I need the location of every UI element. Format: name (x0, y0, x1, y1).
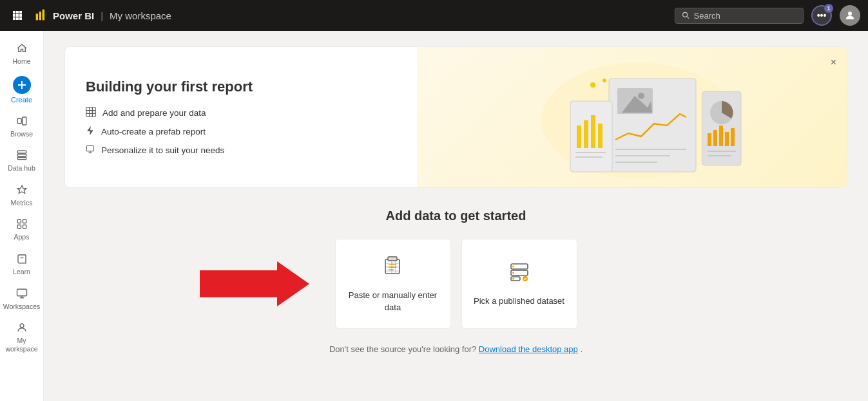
svg-rect-2 (19, 11, 22, 14)
svg-rect-3 (13, 14, 15, 17)
paste-data-card[interactable]: Paste or manually enter data (335, 239, 451, 329)
chart-illustration (509, 56, 754, 178)
svg-point-46 (638, 93, 644, 99)
svg-rect-0 (13, 11, 15, 14)
notification-badge: 1 (824, 4, 833, 13)
svg-rect-7 (16, 17, 19, 20)
svg-point-79 (512, 266, 514, 268)
cards-container: Paste or manually enter data (335, 239, 577, 329)
svg-rect-31 (86, 107, 95, 116)
grid-menu-icon[interactable] (8, 10, 27, 21)
sidebar-item-create[interactable]: Create (0, 71, 43, 109)
topbar: Power BI | My workspace ••• 1 (0, 0, 868, 31)
svg-point-41 (603, 79, 606, 82)
svg-rect-55 (725, 132, 729, 146)
svg-rect-56 (731, 128, 735, 146)
svg-rect-25 (23, 225, 26, 228)
sidebar-item-workspaces[interactable]: Workspaces (0, 281, 43, 316)
layout: Home Create Browse (0, 31, 868, 401)
sidebar-item-myworkspace[interactable]: My workspace (0, 315, 43, 358)
svg-rect-11 (43, 9, 44, 20)
workspaces-icon (16, 286, 28, 301)
main-content: Building your first report (44, 31, 868, 401)
banner-title: Building your first report (86, 79, 396, 95)
svg-rect-60 (577, 126, 581, 148)
app-brand: Power BI | My workspace (35, 8, 171, 23)
svg-point-30 (20, 324, 24, 328)
search-input[interactable] (694, 11, 796, 21)
svg-rect-18 (22, 117, 26, 125)
add-data-section: Add data to get started (64, 209, 847, 354)
notification-icon: ••• (817, 10, 827, 21)
svg-rect-4 (16, 14, 19, 17)
home-icon (16, 41, 28, 55)
svg-point-80 (512, 272, 514, 274)
svg-point-12 (683, 12, 688, 17)
sidebar-item-learn[interactable]: Learn (0, 247, 43, 281)
powerbi-logo (35, 8, 48, 23)
svg-point-40 (590, 82, 595, 88)
svg-rect-6 (13, 17, 15, 20)
paste-card-label: Paste or manually enter data (346, 290, 440, 313)
svg-point-81 (512, 278, 514, 280)
welcome-banner: Building your first report (64, 46, 847, 188)
powerbi-text: Power BI (53, 10, 94, 21)
bottom-help-text: Don't see the source you're looking for?… (329, 344, 583, 354)
table-icon (86, 107, 96, 119)
svg-rect-22 (17, 220, 21, 223)
download-desktop-link[interactable]: Download the desktop app (479, 344, 578, 354)
svg-rect-62 (591, 115, 595, 148)
add-data-title: Add data to get started (386, 209, 526, 223)
banner-visual (417, 47, 847, 187)
svg-point-14 (848, 12, 852, 15)
svg-line-13 (687, 17, 689, 19)
sidebar-item-metrics-label: Metrics (11, 199, 33, 207)
notification-button[interactable]: ••• 1 (811, 5, 832, 26)
sidebar-item-home-label: Home (12, 57, 30, 66)
sidebar-item-metrics[interactable]: Metrics (0, 178, 43, 212)
sidebar-item-datahub-label: Data hub (8, 164, 35, 173)
add-data-cards: Paste or manually enter data (335, 239, 577, 329)
learn-icon (16, 252, 28, 266)
svg-rect-54 (719, 126, 723, 146)
apps-icon (16, 217, 28, 231)
sidebar-item-home[interactable]: Home (0, 36, 43, 71)
svg-rect-8 (19, 17, 22, 20)
banner-list-item-3: Personalize it to suit your needs (86, 144, 396, 156)
sidebar-item-myworkspace-label: My workspace (3, 337, 41, 353)
sidebar-item-learn-label: Learn (13, 268, 30, 276)
search-bar[interactable] (675, 8, 804, 24)
close-banner-button[interactable]: × (828, 55, 839, 70)
sidebar-item-apps-label: Apps (14, 233, 30, 241)
svg-rect-24 (17, 225, 21, 228)
paste-icon (381, 254, 405, 282)
svg-rect-17 (17, 118, 21, 124)
published-dataset-card[interactable]: Pick a published dataset (461, 239, 577, 329)
svg-rect-5 (19, 14, 22, 17)
svg-rect-27 (17, 289, 26, 296)
sidebar-item-browse-label: Browse (10, 130, 33, 138)
svg-rect-63 (598, 124, 603, 148)
banner-item-text-3: Personalize it to suit your needs (101, 145, 224, 155)
metrics-icon (16, 183, 28, 197)
search-icon (682, 11, 690, 20)
cursor-icon (86, 144, 95, 156)
browse-icon (16, 114, 28, 128)
svg-rect-21 (17, 158, 26, 160)
sidebar-item-browse[interactable]: Browse (0, 109, 43, 144)
user-avatar[interactable] (840, 5, 860, 26)
svg-rect-66 (385, 259, 400, 274)
myworkspace-icon (16, 321, 28, 335)
sidebar-item-create-label: Create (11, 96, 32, 104)
banner-item-text-2: Auto-create a prefab report (101, 127, 206, 136)
banner-list-item-1: Add and prepare your data (86, 107, 396, 119)
sidebar-item-apps[interactable]: Apps (0, 212, 43, 247)
svg-rect-10 (39, 12, 41, 20)
bottom-text-content: Don't see the source you're looking for? (329, 344, 476, 354)
svg-rect-61 (584, 120, 588, 148)
sidebar-item-datahub[interactable]: Data hub (0, 143, 43, 178)
svg-rect-36 (86, 145, 93, 151)
svg-rect-20 (17, 154, 26, 157)
svg-point-82 (523, 276, 528, 281)
svg-rect-53 (713, 130, 717, 146)
